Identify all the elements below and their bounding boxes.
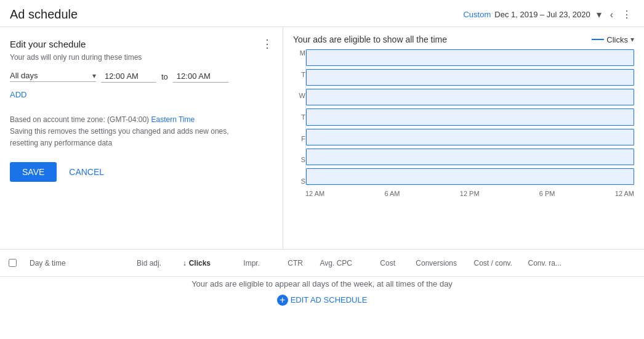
y-axis-label: W — [293, 92, 305, 99]
th-day-time-label: Day & time — [30, 259, 66, 268]
x-axis-label: 6 AM — [384, 190, 400, 197]
info-text-line1: Based on account time zone: (GMT-04:00) … — [10, 114, 273, 126]
th-impr-label: Impr. — [243, 259, 260, 268]
info-prefix: Based on account time zone: (GMT-04:00) — [10, 115, 149, 124]
chart-inner: 12 AM6 AM12 PM6 PM12 AM — [305, 49, 634, 197]
add-link[interactable]: ADD — [10, 90, 26, 99]
chart-header: Your ads are eligible to show all the ti… — [293, 35, 634, 44]
y-axis-label: S — [293, 156, 305, 163]
chart-bar — [306, 168, 634, 185]
legend-area: Clicks ▾ — [592, 35, 634, 44]
right-panel: Your ads are eligible to show all the ti… — [283, 27, 644, 249]
day-dropdown-icon: ▾ — [92, 71, 96, 80]
chart-title: Your ads are eligible to show all the ti… — [293, 35, 447, 44]
info-block: Based on account time zone: (GMT-04:00) … — [10, 114, 273, 150]
plus-circle-icon: + — [277, 295, 288, 306]
th-conv-rate: Conv. ra... — [517, 259, 566, 268]
th-impr: Impr. — [215, 259, 265, 268]
chart-bar — [306, 108, 634, 125]
x-axis: 12 AM6 AM12 PM6 PM12 AM — [305, 185, 634, 197]
th-day-time: Day & time — [25, 259, 105, 268]
day-select-label: All days — [10, 71, 92, 80]
time-to-input[interactable] — [173, 70, 228, 83]
legend-label: Clicks — [606, 35, 628, 44]
th-clicks-label: Clicks — [189, 259, 211, 268]
day-select-wrapper[interactable]: All days ▾ — [10, 71, 96, 82]
th-conv-rate-label: Conv. ra... — [528, 259, 561, 268]
date-range-area: Custom Dec 1, 2019 – Jul 23, 2020 ▾ ‹ ⋮ — [463, 7, 634, 22]
y-axis-label: F — [293, 135, 305, 142]
legend-dropdown-icon[interactable]: ▾ — [630, 35, 634, 44]
chart-bar — [306, 149, 634, 165]
th-cost: Cost — [357, 259, 400, 268]
chart-bar — [306, 49, 634, 66]
y-axis: MTWTFSS — [293, 49, 305, 197]
save-button[interactable]: SAVE — [10, 162, 57, 182]
th-avg-cpc-label: Avg. CPC — [320, 259, 352, 268]
edit-ad-schedule-link[interactable]: + EDIT AD SCHEDULE — [277, 295, 368, 306]
header-checkbox[interactable] — [0, 259, 25, 267]
chart-bar — [306, 89, 634, 105]
y-axis-label: T — [293, 71, 305, 78]
x-axis-label: 12 AM — [615, 190, 634, 197]
eastern-time-link[interactable]: Eastern Time — [151, 115, 195, 124]
left-panel: Edit your schedule ⋮ Your ads will only … — [0, 27, 283, 249]
select-all-checkbox[interactable] — [9, 259, 17, 267]
schedule-row: All days ▾ to — [10, 70, 273, 83]
th-bid-adj: Bid adj. — [105, 259, 166, 268]
y-axis-label: S — [293, 178, 305, 185]
th-cost-conv-label: Cost / conv. — [474, 259, 512, 268]
bars-container — [305, 49, 634, 185]
th-conversions-label: Conversions — [416, 259, 457, 268]
info-text-line3: resetting any performance data — [10, 137, 273, 149]
x-axis-label: 12 PM — [460, 190, 480, 197]
th-ctr: CTR — [265, 259, 308, 268]
empty-message: Your ads are eligible to appear all days… — [191, 279, 453, 288]
action-buttons: SAVE CANCEL — [10, 162, 273, 182]
chart-area: MTWTFSS 12 AM6 AM12 PM6 PM12 AM — [293, 49, 634, 197]
chart-bar — [306, 69, 634, 86]
edit-schedule-title: Edit your schedule — [10, 39, 86, 49]
date-range-text: Dec 1, 2019 – Jul 23, 2020 — [494, 10, 590, 19]
to-label: to — [161, 72, 168, 81]
table-empty-area: Your ads are eligible to appear all days… — [0, 277, 644, 308]
chart-bar — [306, 129, 634, 145]
th-bid-adj-label: Bid adj. — [137, 259, 161, 268]
table-header: Day & time Bid adj. ↓ Clicks Impr. CTR A… — [0, 250, 644, 277]
date-range-label[interactable]: Custom — [463, 10, 491, 19]
main-content: Edit your schedule ⋮ Your ads will only … — [0, 27, 644, 249]
th-cost-conv: Cost / conv. — [462, 259, 517, 268]
th-cost-label: Cost — [380, 259, 395, 268]
three-dot-menu-icon[interactable]: ⋮ — [262, 37, 273, 51]
edit-ad-schedule-label: EDIT AD SCHEDULE — [291, 295, 368, 304]
left-panel-header: Edit your schedule ⋮ — [10, 37, 273, 51]
top-header: Ad schedule Custom Dec 1, 2019 – Jul 23,… — [0, 0, 644, 27]
th-conversions: Conversions — [400, 259, 462, 268]
sort-down-icon: ↓ — [183, 259, 187, 268]
cancel-button[interactable]: CANCEL — [66, 162, 107, 182]
page-title: Ad schedule — [10, 7, 78, 22]
info-text-line2: Saving this removes the settings you cha… — [10, 126, 273, 137]
date-range-back-btn[interactable]: ‹ — [608, 8, 616, 22]
time-from-input[interactable] — [101, 70, 156, 83]
th-clicks[interactable]: ↓ Clicks — [166, 259, 215, 268]
x-axis-label: 6 PM — [539, 190, 555, 197]
y-axis-label: T — [293, 113, 305, 121]
bottom-section: Day & time Bid adj. ↓ Clicks Impr. CTR A… — [0, 249, 644, 308]
th-ctr-label: CTR — [288, 259, 303, 268]
th-avg-cpc: Avg. CPC — [308, 259, 357, 268]
date-range-dropdown-btn[interactable]: ▾ — [594, 7, 604, 22]
more-options-btn[interactable]: ⋮ — [619, 7, 634, 22]
schedule-subtitle: Your ads will only run during these time… — [10, 53, 273, 62]
x-axis-label: 12 AM — [305, 190, 324, 197]
y-axis-label: M — [293, 49, 305, 57]
legend-line-icon — [592, 39, 604, 40]
